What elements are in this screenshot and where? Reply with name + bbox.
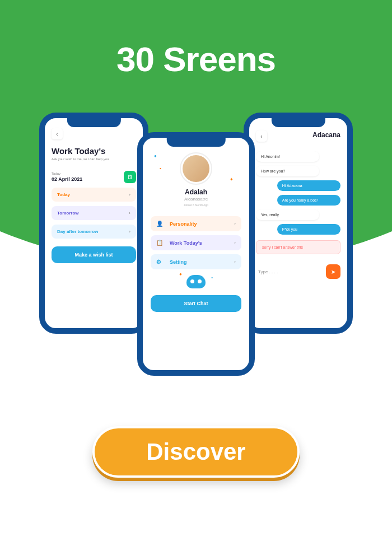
phone-profile: ● • ✦ Adalah Alcanasatre Joined 6 Month … — [137, 132, 255, 376]
option-label: Day after tomorrow — [57, 229, 98, 234]
phone-work-todays: ‹ Work Today's Ask your wish to me, so I… — [39, 113, 148, 334]
phone-notch — [167, 138, 226, 147]
decorative-star-icon: ✦ — [230, 177, 234, 182]
screen-heading: Work Today's — [52, 146, 136, 156]
chat-input[interactable]: Type . . . . — [256, 265, 323, 279]
send-button[interactable]: ➤ — [326, 264, 340, 279]
chat-input-row: Type . . . . ➤ — [256, 264, 340, 279]
chat-message-outgoing: Are you really a bot? — [277, 195, 340, 206]
profile-username: Alcanasatre — [151, 197, 241, 202]
menu-label: Personality — [170, 221, 197, 227]
chevron-right-icon: › — [234, 240, 236, 245]
avatar[interactable] — [183, 155, 209, 182]
current-date: 02 April 2021 — [52, 176, 82, 182]
chevron-right-icon: › — [234, 221, 236, 226]
page-title: 30 Sreens — [0, 0, 392, 79]
date-block: Today 02 April 2021 — [52, 172, 82, 182]
decorative-dot-icon: • — [160, 166, 161, 171]
chat-message-outgoing: F*ck you — [277, 224, 340, 235]
calendar-button[interactable]: 🗓 — [124, 171, 136, 183]
discover-button[interactable]: Discover — [92, 426, 300, 478]
chat-title: Adacana — [312, 131, 340, 139]
phone-chat: ‹ Adacana Hi Anonim! How are you? Hi Ada… — [244, 113, 353, 334]
user-icon: 👤 — [156, 221, 165, 227]
date-row: Today 02 April 2021 🗓 — [52, 171, 136, 183]
chevron-right-icon: › — [129, 229, 130, 234]
decorative-dot-icon: ● — [179, 272, 182, 277]
menu-setting[interactable]: ⚙ Setting › — [151, 254, 241, 269]
back-button[interactable]: ‹ — [52, 128, 63, 139]
make-wish-button[interactable]: Make a wish list — [52, 246, 136, 263]
option-label: Today — [57, 192, 70, 197]
calendar-icon: 🗓 — [127, 174, 133, 180]
chat-warning: sorry i can't answer this — [256, 240, 340, 254]
back-button[interactable]: ‹ — [256, 130, 267, 142]
chat-header: ‹ Adacana — [256, 128, 340, 142]
phone-mockups: ‹ Work Today's Ask your wish to me, so I… — [0, 113, 392, 376]
decorative-dot-icon: • — [211, 275, 213, 280]
send-icon: ➤ — [331, 269, 335, 275]
start-chat-button[interactable]: Start Chat — [151, 295, 241, 312]
chat-message-incoming: How are you? — [256, 166, 319, 176]
menu-personality[interactable]: 👤 Personality › — [151, 216, 241, 231]
screen-subtitle: Ask your wish to me, so I can help you — [52, 157, 136, 161]
gear-icon: ⚙ — [156, 259, 165, 265]
menu-label: Work Today's — [170, 240, 202, 246]
button-label: Make a wish list — [74, 252, 113, 258]
option-day-after[interactable]: Day after tomorrow › — [52, 225, 136, 239]
avatar-ring — [180, 152, 212, 185]
document-icon: 📋 — [156, 240, 165, 246]
decorative-dot-icon: ● — [154, 153, 157, 158]
chevron-right-icon: › — [129, 211, 130, 216]
phone-notch — [271, 118, 325, 127]
chat-message-incoming: Yes, really — [256, 209, 319, 220]
bot-illustration: ● • — [185, 275, 207, 293]
phone-notch — [67, 118, 120, 127]
chat-message-outgoing: Hi Adacana — [277, 180, 340, 191]
button-label: Discover — [146, 438, 245, 465]
profile-name: Adalah — [151, 188, 241, 196]
today-label: Today — [52, 172, 82, 175]
option-tomorrow[interactable]: Tomorrow › — [52, 206, 136, 220]
chevron-right-icon: › — [129, 192, 130, 197]
bot-icon — [186, 275, 206, 288]
chevron-left-icon: ‹ — [56, 131, 58, 137]
button-label: Start Chat — [184, 301, 208, 306]
option-today[interactable]: Today › — [52, 188, 136, 202]
chat-message-incoming: Hi Anonim! — [256, 151, 319, 162]
chevron-right-icon: › — [234, 259, 236, 264]
menu-label: Setting — [170, 259, 187, 265]
menu-work-todays[interactable]: 📋 Work Today's › — [151, 235, 241, 250]
chevron-left-icon: ‹ — [260, 133, 262, 139]
option-label: Tomorrow — [57, 211, 79, 216]
